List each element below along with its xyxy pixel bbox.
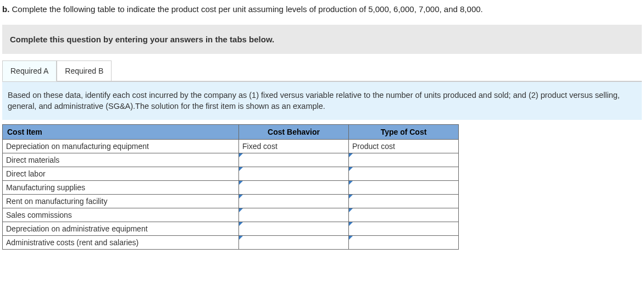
tab-label: Required A [10, 67, 48, 75]
table-row: Depreciation on manufacturing equipmentF… [3, 139, 459, 153]
type-of-cost-cell[interactable] [349, 180, 459, 194]
dropdown-indicator-icon [239, 195, 243, 198]
cost-behavior-value [239, 158, 348, 162]
tab-required-b[interactable]: Required B [57, 60, 112, 81]
cost-table-wrap: Cost Item Cost Behavior Type of Cost Dep… [2, 124, 642, 250]
header-type-of-cost: Type of Cost [349, 124, 459, 139]
question-prompt: b. Complete the following table to indic… [0, 0, 644, 18]
type-of-cost-cell[interactable] [349, 194, 459, 208]
dropdown-indicator-icon [239, 153, 243, 157]
cost-item-label: Administrative costs (rent and salaries) [3, 235, 239, 249]
cost-item-label: Depreciation on manufacturing equipment [3, 139, 239, 153]
type-of-cost-value [349, 240, 458, 245]
description-text: Based on these data, identify each cost … [8, 91, 620, 111]
prompt-label: b. [2, 4, 9, 14]
cost-behavior-value [239, 199, 348, 203]
cost-behavior-value [239, 172, 348, 176]
dropdown-indicator-icon [349, 195, 353, 198]
cost-behavior-cell[interactable] [239, 208, 349, 222]
cost-behavior-cell[interactable] [239, 235, 349, 249]
dropdown-indicator-icon [349, 181, 353, 185]
dropdown-indicator-icon [349, 167, 353, 171]
type-of-cost-cell[interactable] [349, 222, 459, 235]
cost-item-label: Sales commissions [3, 208, 239, 222]
type-of-cost-value [349, 158, 458, 162]
type-of-cost-value: Product cost [349, 140, 458, 153]
cost-item-label: Direct materials [3, 153, 239, 167]
dropdown-indicator-icon [349, 236, 353, 240]
dropdown-indicator-icon [349, 208, 353, 212]
description-box: Based on these data, identify each cost … [2, 81, 642, 120]
table-row: Direct labor [3, 167, 459, 180]
dropdown-indicator-icon [239, 181, 243, 185]
type-of-cost-cell[interactable] [349, 167, 459, 180]
type-of-cost-cell[interactable] [349, 208, 459, 222]
cost-behavior-cell[interactable] [239, 194, 349, 208]
cost-behavior-cell[interactable] [239, 153, 349, 167]
cost-behavior-cell[interactable] [239, 222, 349, 235]
dropdown-indicator-icon [239, 167, 243, 171]
table-row: Direct materials [3, 153, 459, 167]
type-of-cost-value [349, 172, 458, 176]
cost-behavior-value [239, 213, 348, 217]
dropdown-indicator-icon [349, 153, 353, 157]
cost-item-label: Manufacturing supplies [3, 180, 239, 194]
instruction-text: Complete this question by entering your … [10, 35, 274, 44]
dropdown-indicator-icon [349, 222, 353, 226]
table-row: Sales commissions [3, 208, 459, 222]
table-row: Administrative costs (rent and salaries) [3, 235, 459, 249]
table-row: Rent on manufacturing facility [3, 194, 459, 208]
dropdown-indicator-icon [239, 236, 243, 240]
cost-behavior-cell[interactable] [239, 180, 349, 194]
header-cost-behavior: Cost Behavior [239, 124, 349, 139]
cost-behavior-cell: Fixed cost [239, 139, 349, 153]
cost-behavior-value [239, 240, 348, 245]
table-row: Depreciation on administrative equipment [3, 222, 459, 235]
type-of-cost-value [349, 185, 458, 190]
header-cost-item: Cost Item [3, 124, 239, 139]
tab-label: Required B [65, 67, 103, 75]
cost-item-label: Rent on manufacturing facility [3, 194, 239, 208]
cost-table: Cost Item Cost Behavior Type of Cost Dep… [2, 124, 459, 250]
type-of-cost-value [349, 199, 458, 203]
type-of-cost-cell[interactable] [349, 235, 459, 249]
prompt-text: Complete the following table to indicate… [12, 4, 483, 14]
cost-item-label: Direct labor [3, 167, 239, 180]
type-of-cost-cell: Product cost [349, 139, 459, 153]
cost-behavior-value: Fixed cost [239, 140, 348, 153]
cost-behavior-cell[interactable] [239, 167, 349, 180]
table-row: Manufacturing supplies [3, 180, 459, 194]
cost-behavior-value [239, 227, 348, 231]
tabs-container: Required A Required B [2, 60, 642, 81]
type-of-cost-value [349, 227, 458, 231]
instruction-box: Complete this question by entering your … [2, 25, 642, 54]
tab-required-a[interactable]: Required A [2, 60, 57, 81]
cost-behavior-value [239, 185, 348, 190]
type-of-cost-cell[interactable] [349, 153, 459, 167]
dropdown-indicator-icon [239, 208, 243, 212]
type-of-cost-value [349, 213, 458, 217]
dropdown-indicator-icon [239, 222, 243, 226]
cost-item-label: Depreciation on administrative equipment [3, 222, 239, 235]
